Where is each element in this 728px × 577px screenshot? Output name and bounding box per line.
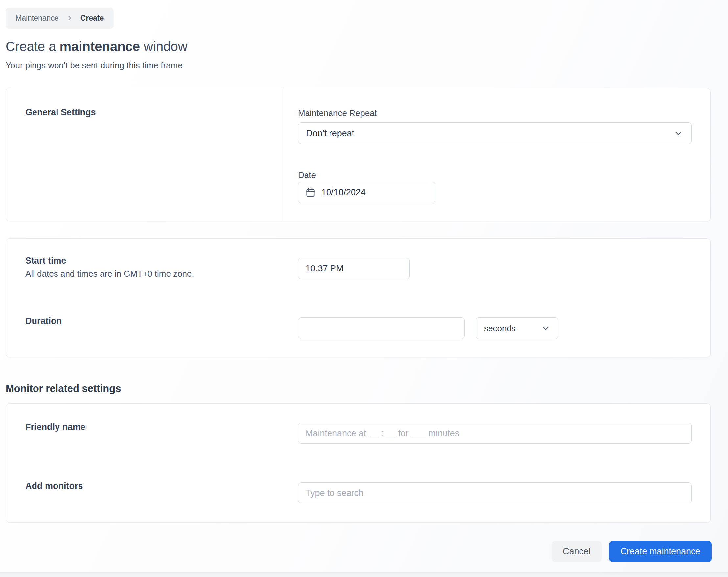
page-title: Create a maintenance window (6, 38, 188, 54)
maintenance-repeat-label: Maintenance Repeat (298, 108, 377, 118)
duration-unit-select[interactable]: seconds (476, 318, 558, 339)
page-subtitle: Your pings won't be sent during this tim… (6, 60, 183, 71)
friendly-name-input[interactable] (298, 423, 692, 444)
date-label: Date (298, 170, 316, 180)
breadcrumb: Maintenance Create (6, 7, 114, 29)
calendar-icon (306, 187, 315, 197)
duration-label: Duration (25, 316, 62, 326)
start-time-label: Start time (25, 256, 67, 266)
card-divider (283, 88, 283, 221)
chevron-down-icon (541, 324, 550, 333)
monitor-settings-heading: Monitor related settings (6, 383, 121, 394)
add-monitors-input[interactable] (298, 483, 692, 503)
duration-input[interactable] (298, 318, 465, 339)
timezone-hint: All dates and times are in GMT+0 time zo… (25, 269, 194, 279)
page-bottom-edge (0, 572, 728, 577)
maintenance-repeat-select[interactable]: Don't repeat (298, 122, 692, 144)
page-title-suffix: window (140, 39, 188, 54)
chevron-down-icon (673, 128, 683, 138)
date-input[interactable]: 10/10/2024 (298, 182, 435, 203)
general-settings-title: General Settings (25, 107, 96, 117)
chevron-right-icon (66, 15, 73, 22)
create-maintenance-page: Maintenance Create Create a maintenance … (0, 0, 728, 577)
duration-unit-value: seconds (484, 323, 516, 333)
general-settings-card: General Settings Maintenance Repeat Don'… (6, 88, 710, 221)
start-time-input[interactable] (298, 258, 410, 279)
timing-card: Start time All dates and times are in GM… (6, 238, 710, 357)
breadcrumb-item-create: Create (80, 14, 104, 23)
monitor-settings-card: Friendly name Add monitors (6, 403, 710, 523)
page-title-prefix: Create a (6, 39, 60, 54)
breadcrumb-item-maintenance[interactable]: Maintenance (16, 14, 59, 23)
cancel-button[interactable]: Cancel (552, 541, 601, 562)
date-value: 10/10/2024 (321, 187, 366, 198)
friendly-name-label: Friendly name (25, 422, 85, 432)
create-maintenance-button[interactable]: Create maintenance (609, 541, 711, 562)
page-title-emphasis: maintenance (60, 39, 140, 54)
maintenance-repeat-value: Don't repeat (306, 128, 354, 138)
add-monitors-label: Add monitors (25, 481, 83, 491)
